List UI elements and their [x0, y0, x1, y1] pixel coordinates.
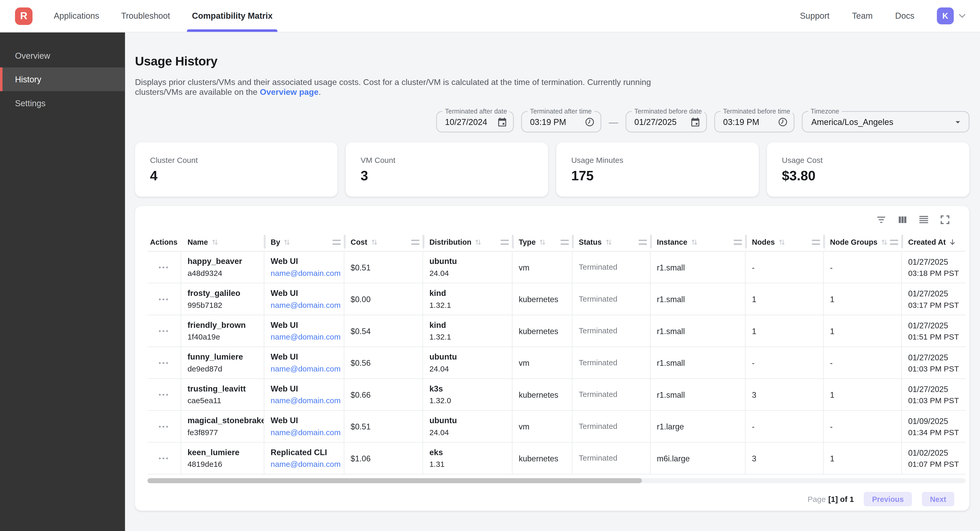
node-groups-value: - [830, 262, 901, 272]
column-resize-handle[interactable] [332, 240, 340, 245]
column-resize-handle[interactable] [734, 240, 742, 245]
distribution-version: 1.32.1 [430, 333, 512, 342]
replicated-logo[interactable]: R [15, 7, 32, 25]
sidebar-item-history[interactable]: History [0, 68, 125, 91]
terminated-after-date-field[interactable]: Terminated after date 10/27/2024 [436, 111, 514, 133]
calendar-icon[interactable] [690, 116, 701, 127]
cluster-name: keen_lumiere [188, 448, 264, 457]
column-header-status[interactable]: Status [573, 233, 651, 251]
terminated-before-date-field[interactable]: Terminated before date 01/27/2025 [625, 111, 706, 133]
sidebar-item-overview[interactable]: Overview [0, 44, 125, 67]
cell-status: Terminated [573, 411, 651, 442]
created-by-email-link[interactable]: name@domain.com [271, 396, 344, 405]
created-by-email-link[interactable]: name@domain.com [271, 301, 344, 310]
column-resize-handle[interactable] [501, 240, 509, 245]
nav-item-applications[interactable]: Applications [49, 0, 104, 32]
created-by-email-link[interactable]: name@domain.com [271, 269, 344, 278]
stat-value: $3.80 [782, 169, 954, 184]
previous-page-button[interactable]: Previous [864, 492, 912, 506]
created-date: 01/02/2025 [908, 448, 966, 457]
calendar-icon[interactable] [497, 116, 508, 127]
row-actions-button[interactable]: ••• [159, 423, 170, 430]
filter-icon[interactable] [876, 214, 887, 225]
row-actions-button[interactable]: ••• [159, 296, 170, 303]
column-header-nodes[interactable]: Nodes [746, 233, 824, 251]
created-time: 01:51 PM PST [908, 333, 966, 341]
sidebar-item-settings[interactable]: Settings [0, 91, 125, 115]
chevron-down-icon[interactable] [957, 11, 967, 21]
main-content: Usage History Displays prior clusters/VM… [125, 32, 980, 531]
fullscreen-icon[interactable] [939, 214, 951, 225]
date-range-separator: — [609, 116, 618, 127]
next-page-button[interactable]: Next [922, 492, 954, 506]
column-resize-handle[interactable] [561, 240, 569, 245]
cell-type: vm [512, 252, 573, 283]
cluster-id: fe3f8977 [188, 428, 264, 437]
cell-type: vm [512, 347, 573, 378]
table-row: •••happy_beavera48d9324Web UIname@domain… [148, 252, 966, 284]
cell-type: kubernetes [512, 284, 573, 315]
dropdown-arrow-icon[interactable] [953, 116, 963, 127]
cluster-id: 4819de16 [188, 460, 264, 469]
page-indicator-value: [1] of 1 [828, 495, 854, 504]
column-header-name[interactable]: Name [181, 233, 264, 251]
stat-label: Usage Cost [782, 156, 954, 165]
column-header-instance[interactable]: Instance [651, 233, 746, 251]
cell-instance: r1.small [651, 379, 746, 410]
density-icon[interactable] [918, 214, 929, 225]
cluster-id: a48d9324 [188, 269, 264, 278]
account-menu-button[interactable]: K [937, 8, 967, 24]
clock-icon[interactable] [777, 116, 788, 127]
cell-created-at: 01/27/202503:17 PM PST [902, 284, 966, 315]
nav-item-team[interactable]: Team [852, 11, 873, 21]
column-resize-handle[interactable] [639, 240, 647, 245]
status-badge: Terminated [579, 295, 650, 303]
nodes-value: - [752, 358, 823, 367]
terminated-after-time-field[interactable]: Terminated after time 03:19 PM [521, 111, 601, 133]
cost-value: $1.06 [351, 453, 422, 463]
avatar[interactable]: K [937, 8, 954, 24]
cell-by: Web UIname@domain.com [264, 411, 344, 442]
horizontal-scrollbar-thumb[interactable] [148, 478, 642, 483]
terminated-before-time-field[interactable]: Terminated before time 03:19 PM [714, 111, 795, 133]
cluster-name: magical_stonebraker [188, 416, 264, 425]
overview-page-link[interactable]: Overview page [260, 87, 318, 97]
cell-actions: ••• [148, 252, 181, 283]
cell-nodes: 1 [746, 315, 824, 347]
cell-distribution: kind1.32.1 [423, 315, 512, 347]
created-by-email-link[interactable]: name@domain.com [271, 365, 344, 373]
column-header-distribution[interactable]: Distribution [423, 233, 512, 251]
timezone-select[interactable]: Timezone America/Los_Angeles [802, 111, 969, 133]
column-header-type[interactable]: Type [512, 233, 573, 251]
nav-item-docs[interactable]: Docs [895, 11, 915, 21]
columns-icon[interactable] [897, 214, 908, 225]
row-actions-button[interactable]: ••• [159, 327, 170, 334]
column-header-node-groups[interactable]: Node Groups [824, 233, 902, 251]
pagination-row: Page [1] of 1 Previous Next [148, 483, 966, 506]
column-header-cost[interactable]: Cost [344, 233, 423, 251]
row-actions-button[interactable]: ••• [159, 455, 170, 462]
cell-status: Terminated [573, 379, 651, 410]
stat-card-vm-count: VM Count 3 [346, 143, 548, 197]
column-header-created-at[interactable]: Created At [902, 233, 966, 251]
table-row: •••friendly_brown1f40a19eWeb UIname@doma… [148, 315, 966, 347]
field-value: 03:19 PM [723, 117, 759, 127]
row-actions-button[interactable]: ••• [159, 264, 170, 270]
distribution-version: 24.04 [430, 428, 512, 437]
created-by-email-link[interactable]: name@domain.com [271, 428, 344, 437]
row-actions-button[interactable]: ••• [159, 391, 170, 398]
nav-item-compatibility-matrix[interactable]: Compatibility Matrix [187, 0, 277, 32]
column-header-by[interactable]: By [264, 233, 344, 251]
column-resize-handle[interactable] [812, 240, 820, 245]
stat-cards-row: Cluster Count 4 VM Count 3 Usage Minutes… [135, 143, 969, 197]
created-by-email-link[interactable]: name@domain.com [271, 333, 344, 342]
nav-item-troubleshoot[interactable]: Troubleshoot [116, 0, 175, 32]
clock-icon[interactable] [584, 116, 595, 127]
row-actions-button[interactable]: ••• [159, 359, 170, 366]
column-resize-handle[interactable] [411, 240, 419, 245]
nav-item-support[interactable]: Support [800, 11, 830, 21]
field-value: 01/27/2025 [634, 117, 676, 127]
cell-status: Terminated [573, 284, 651, 315]
created-by-email-link[interactable]: name@domain.com [271, 460, 344, 469]
column-resize-handle[interactable] [890, 240, 898, 245]
